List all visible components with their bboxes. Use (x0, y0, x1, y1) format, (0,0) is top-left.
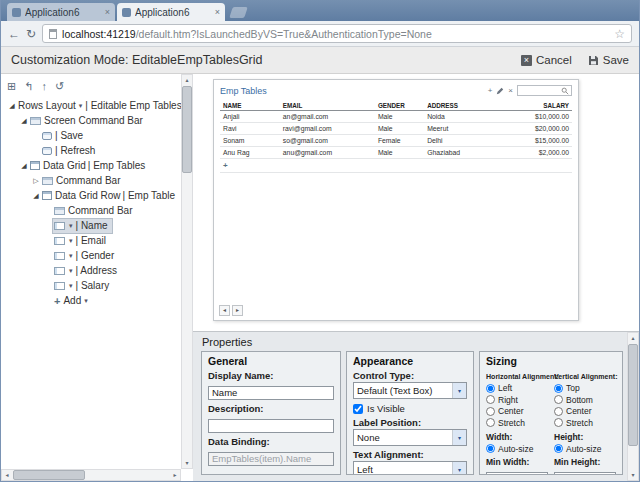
tree-horizontal-scrollbar[interactable]: ◂ ▸ (1, 469, 181, 481)
tree-item-screen-command-bar[interactable]: ◢ Screen Command Bar (3, 113, 181, 128)
tree-item-gender[interactable]: ▾ | Gender (3, 248, 181, 263)
label-position-select[interactable]: None ▾ (353, 429, 467, 446)
grid-row[interactable]: Anu Rag anu@gmail.com Male Ghaziabad $2,… (220, 147, 572, 159)
scroll-down-icon[interactable]: ▾ (628, 470, 638, 480)
properties-vertical-scrollbar[interactable]: ▴ ▾ (627, 332, 639, 481)
tree-item-data-grid-row[interactable]: ◢ Data Grid Row | Emp Table (3, 188, 181, 203)
horizontal-right-radio[interactable] (486, 395, 495, 404)
reload-icon[interactable]: ↻ (26, 26, 36, 42)
display-name-field[interactable] (208, 386, 334, 400)
save-button[interactable]: Save (588, 54, 629, 66)
grid-row[interactable]: Sonam so@gmail.com Female Delhi $15,000.… (220, 135, 572, 147)
column-header[interactable]: GENDER (375, 100, 424, 111)
tree-item-address[interactable]: ▾ | Address (3, 263, 181, 278)
tree-item-grid-command-bar[interactable]: ▷ Command Bar (3, 173, 181, 188)
scroll-right-icon[interactable]: ▸ (170, 470, 180, 480)
text-alignment-select[interactable]: Left ▾ (353, 461, 467, 475)
height-autosize-radio[interactable] (554, 444, 563, 453)
tree-item-rows-layout[interactable]: ◢ Rows Layout ▾ | Editable Emp Tables Gr… (3, 98, 181, 113)
expander-expanded-icon[interactable]: ◢ (19, 162, 29, 170)
save-icon (588, 55, 599, 66)
horizontal-stretch-radio[interactable] (486, 418, 495, 427)
is-visible-checkbox[interactable] (353, 404, 363, 414)
page-title: Customization Mode: EditableEmpTablesGri… (11, 53, 505, 67)
browser-window: Application6 × Application6 × ← ↻ localh… (0, 0, 640, 482)
caret-down-icon[interactable]: ▾ (69, 222, 73, 230)
description-field[interactable] (208, 419, 334, 433)
browser-tab-2[interactable]: Application6 × (117, 3, 225, 21)
dropdown-arrow-icon[interactable]: ▾ (452, 462, 466, 475)
tree-item-save[interactable]: | Save (3, 128, 181, 143)
add-layout-item-icon[interactable]: ⊞ (7, 79, 16, 93)
column-header[interactable]: NAME (220, 100, 280, 111)
expander-expanded-icon[interactable]: ◢ (19, 117, 29, 125)
grid-row[interactable]: Ravi ravi@gmail.com Male Meerut $20,000.… (220, 123, 572, 135)
column-header[interactable]: EMAIL (280, 100, 375, 111)
tree-item-data-grid[interactable]: ◢ Data Grid | Emp Tables (3, 158, 181, 173)
width-label: Width: (486, 432, 548, 442)
browser-tab-1[interactable]: Application6 × (7, 3, 115, 21)
cancel-button[interactable]: × Cancel (521, 54, 572, 66)
tab-close-icon[interactable]: × (215, 7, 220, 17)
dropdown-arrow-icon[interactable]: ▾ (452, 430, 466, 445)
tab-title: Application6 (135, 7, 212, 18)
delete-row-icon[interactable]: × (508, 87, 513, 95)
scroll-down-icon[interactable]: ▾ (182, 458, 192, 468)
scroll-up-icon[interactable]: ▴ (182, 75, 192, 85)
tree-item-add[interactable]: + Add ▾ (3, 293, 181, 308)
new-tab-button[interactable] (229, 7, 248, 18)
grid-new-row[interactable]: + (220, 159, 572, 173)
caret-down-icon[interactable]: ▾ (84, 297, 88, 305)
back-icon[interactable]: ← (8, 26, 20, 42)
tab-close-icon[interactable]: × (105, 7, 110, 17)
caret-down-icon[interactable]: ▾ (69, 267, 73, 275)
column-header[interactable]: ADDRESS (424, 100, 498, 111)
cancel-label: Cancel (536, 54, 572, 66)
vertical-bottom-radio[interactable] (554, 395, 563, 404)
column-header[interactable]: SALARY (498, 100, 572, 111)
pager-prev-icon[interactable]: ◂ (219, 305, 230, 316)
tree-item-row-command-bar[interactable]: Command Bar (3, 203, 181, 218)
tree-vertical-scrollbar[interactable]: ▴ ▾ (181, 74, 193, 469)
vertical-top-radio[interactable] (554, 384, 563, 393)
grid-search-input[interactable] (517, 85, 572, 96)
add-row-icon[interactable]: + (488, 87, 493, 95)
scrollbar-thumb[interactable] (628, 344, 638, 446)
add-record-icon[interactable]: + (223, 161, 228, 170)
move-up-icon[interactable]: ↑ (41, 79, 47, 93)
bookmark-star-icon[interactable]: ☆ (614, 27, 625, 41)
width-autosize-radio[interactable] (486, 444, 495, 453)
caret-down-icon[interactable]: ▾ (69, 237, 73, 245)
scroll-left-icon[interactable]: ◂ (2, 470, 12, 480)
screen-preview: Emp Tables + × (213, 79, 579, 321)
tree-item-label: Command Bar (68, 205, 132, 216)
address-bar[interactable]: localhost:41219/default.htm?IsLaunchedBy… (42, 24, 632, 43)
pager-next-icon[interactable]: ▸ (232, 305, 243, 316)
min-height-field[interactable] (554, 472, 616, 476)
tree-item-refresh[interactable]: | Refresh (3, 143, 181, 158)
tree-item-name[interactable]: ▾ | Name (3, 218, 181, 233)
outdent-icon[interactable]: ↰ (24, 79, 33, 93)
horizontal-left-radio[interactable] (486, 384, 495, 393)
caret-down-icon[interactable]: ▾ (69, 252, 73, 260)
vertical-center-radio[interactable] (554, 407, 563, 416)
caret-down-icon[interactable]: ▾ (79, 102, 83, 110)
grid-row[interactable]: Anjali an@gmail.com Male Noida $10,000.0… (220, 111, 572, 123)
expander-expanded-icon[interactable]: ◢ (31, 192, 41, 200)
expander-collapsed-icon[interactable]: ▷ (31, 177, 41, 185)
min-width-field[interactable] (486, 472, 548, 476)
horizontal-center-radio[interactable] (486, 407, 495, 416)
edit-row-icon[interactable] (496, 87, 504, 95)
vertical-stretch-radio[interactable] (554, 418, 563, 427)
tree-item-salary[interactable]: ▾ | Salary (3, 278, 181, 293)
dropdown-arrow-icon[interactable]: ▾ (452, 383, 466, 398)
command-bar-icon (54, 207, 65, 215)
scroll-up-icon[interactable]: ▴ (628, 333, 638, 343)
expander-expanded-icon[interactable]: ◢ (7, 102, 17, 110)
control-type-select[interactable]: Default (Text Box) ▾ (353, 382, 467, 399)
scrollbar-thumb[interactable] (182, 86, 192, 173)
undo-icon[interactable]: ↺ (55, 79, 64, 93)
scrollbar-thumb[interactable] (13, 470, 85, 480)
tree-item-email[interactable]: ▾ | Email (3, 233, 181, 248)
caret-down-icon[interactable]: ▾ (69, 282, 73, 290)
